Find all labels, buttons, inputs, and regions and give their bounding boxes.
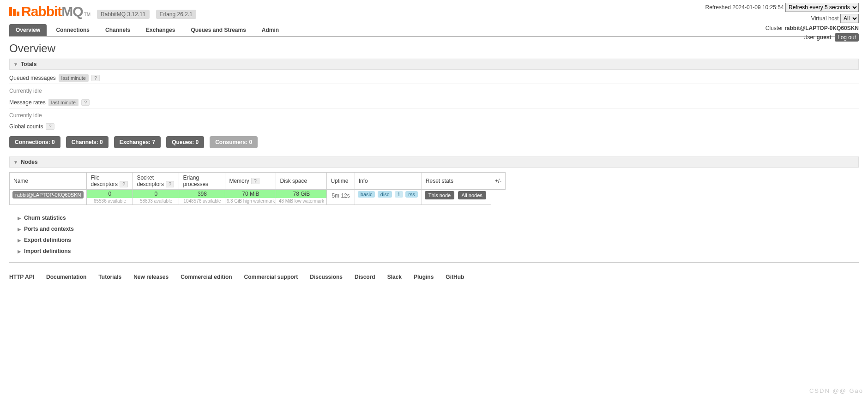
help-icon[interactable]: ? bbox=[91, 75, 100, 81]
footer-plugins[interactable]: Plugins bbox=[414, 274, 434, 280]
tab-connections[interactable]: Connections bbox=[49, 24, 96, 36]
tab-admin[interactable]: Admin bbox=[255, 24, 285, 36]
count-connections[interactable]: Connections: 0 bbox=[9, 136, 60, 148]
churn-statistics-toggle[interactable]: ▶ Churn statistics bbox=[18, 212, 859, 223]
import-label: Import definitions bbox=[24, 248, 71, 254]
logo-tm: TM bbox=[84, 12, 90, 17]
global-counts-label: Global counts bbox=[9, 123, 43, 130]
queued-messages-label: Queued messages bbox=[9, 75, 56, 81]
help-icon[interactable]: ? bbox=[251, 178, 259, 184]
user-label: User bbox=[803, 34, 815, 41]
chevron-right-icon: ▶ bbox=[18, 238, 21, 243]
fd-sub: 65536 available bbox=[87, 198, 133, 205]
footer-new-releases[interactable]: New releases bbox=[133, 274, 169, 280]
reset-all-nodes-button[interactable]: All nodes bbox=[458, 191, 486, 199]
footer-github[interactable]: GitHub bbox=[446, 274, 464, 280]
footer-documentation[interactable]: Documentation bbox=[46, 274, 86, 280]
queued-idle-text: Currently idle bbox=[9, 88, 859, 94]
col-uptime: Uptime bbox=[327, 173, 355, 190]
col-disk: Disk space bbox=[276, 173, 327, 190]
logout-button[interactable]: Log out bbox=[835, 33, 859, 42]
ports-label: Ports and contexts bbox=[24, 226, 74, 232]
help-icon[interactable]: ? bbox=[81, 99, 90, 106]
col-fd: File descriptors? bbox=[87, 173, 133, 190]
footer-http-api[interactable]: HTTP API bbox=[9, 274, 34, 280]
table-header-row: Name File descriptors? Socket descriptor… bbox=[10, 173, 506, 190]
info-rss[interactable]: rss bbox=[405, 191, 418, 198]
col-name: Name bbox=[10, 173, 87, 190]
chevron-right-icon: ▶ bbox=[18, 216, 21, 221]
refreshed-label: Refreshed bbox=[705, 4, 731, 11]
ep-sub: 1048576 available bbox=[179, 198, 225, 205]
reset-this-node-button[interactable]: This node bbox=[425, 191, 454, 199]
mem-value: 70 MiB bbox=[225, 190, 276, 198]
erlang-version-badge: Erlang 26.2.1 bbox=[156, 10, 196, 19]
chevron-right-icon: ▶ bbox=[18, 249, 21, 254]
import-definitions-toggle[interactable]: ▶ Import definitions bbox=[18, 246, 859, 257]
logo-text-mq: MQ bbox=[61, 4, 83, 19]
col-mem: Memory? bbox=[225, 173, 276, 190]
count-channels[interactable]: Channels: 0 bbox=[66, 136, 108, 148]
tab-exchanges[interactable]: Exchanges bbox=[139, 24, 181, 36]
col-sd: Socket descriptors? bbox=[133, 173, 179, 190]
divider bbox=[9, 262, 859, 263]
help-icon[interactable]: ? bbox=[120, 181, 128, 187]
export-label: Export definitions bbox=[24, 237, 71, 243]
tab-queues-streams[interactable]: Queues and Streams bbox=[184, 24, 252, 36]
info-basic[interactable]: basic bbox=[358, 191, 375, 198]
sd-value: 0 bbox=[133, 190, 179, 198]
vhost-select[interactable]: All bbox=[840, 14, 859, 23]
footer-links: HTTP API Documentation Tutorials New rel… bbox=[0, 274, 868, 280]
help-icon[interactable]: ? bbox=[46, 123, 54, 130]
node-name-link[interactable]: rabbit@LAPTOP-0KQ60SKN bbox=[12, 191, 84, 198]
info-cell: basic disc 1 rss bbox=[355, 190, 422, 205]
rates-idle-text: Currently idle bbox=[9, 112, 859, 119]
count-exchanges[interactable]: Exchanges: 7 bbox=[114, 136, 161, 148]
mem-sub: 6.3 GiB high watermark bbox=[225, 198, 276, 205]
help-icon[interactable]: ? bbox=[166, 181, 174, 187]
tab-channels[interactable]: Channels bbox=[99, 24, 137, 36]
export-definitions-toggle[interactable]: ▶ Export definitions bbox=[18, 235, 859, 246]
ports-contexts-toggle[interactable]: ▶ Ports and contexts bbox=[18, 223, 859, 235]
sd-sub: 58893 available bbox=[133, 198, 179, 205]
disk-sub: 48 MiB low watermark bbox=[276, 198, 326, 205]
logo-bars-icon bbox=[9, 7, 20, 16]
refreshed-time: 2024-01-09 10:25:54 bbox=[732, 4, 784, 11]
ep-value: 398 bbox=[179, 190, 225, 198]
col-reset: Reset stats bbox=[422, 173, 491, 190]
totals-section-header[interactable]: ▼ Totals bbox=[9, 59, 859, 70]
info-one[interactable]: 1 bbox=[395, 191, 403, 198]
footer-commercial-support[interactable]: Commercial support bbox=[244, 274, 298, 280]
tab-overview[interactable]: Overview bbox=[9, 24, 47, 36]
disk-value: 78 GiB bbox=[276, 190, 326, 198]
page-title: Overview bbox=[9, 42, 859, 55]
top-right-panel: Refreshed 2024-01-09 10:25:54 Refresh ev… bbox=[705, 3, 859, 43]
last-minute-badge[interactable]: last minute bbox=[59, 74, 89, 82]
col-ep: Erlang processes bbox=[179, 173, 225, 190]
footer-tutorials[interactable]: Tutorials bbox=[98, 274, 121, 280]
totals-title: Totals bbox=[21, 61, 36, 67]
reset-cell: This node All nodes bbox=[422, 190, 491, 205]
user-value: guest bbox=[817, 34, 832, 41]
count-consumers[interactable]: Consumers: 0 bbox=[210, 136, 258, 148]
footer-discord[interactable]: Discord bbox=[355, 274, 375, 280]
table-row: rabbit@LAPTOP-0KQ60SKN 065536 available … bbox=[10, 190, 506, 205]
chevron-down-icon: ▼ bbox=[13, 62, 18, 67]
rabbitmq-version-badge: RabbitMQ 3.12.11 bbox=[97, 10, 149, 19]
chevron-down-icon: ▼ bbox=[13, 160, 18, 165]
col-pm[interactable]: +/- bbox=[491, 173, 505, 190]
col-info: Info bbox=[355, 173, 422, 190]
nodes-title: Nodes bbox=[21, 159, 38, 165]
nodes-table: Name File descriptors? Socket descriptor… bbox=[9, 172, 506, 205]
cluster-value: rabbit@LAPTOP-0KQ60SKN bbox=[784, 25, 859, 31]
nodes-section-header[interactable]: ▼ Nodes bbox=[9, 156, 859, 168]
message-rates-label: Message rates bbox=[9, 99, 46, 106]
count-queues[interactable]: Queues: 0 bbox=[166, 136, 204, 148]
churn-label: Churn statistics bbox=[24, 215, 66, 221]
last-minute-badge[interactable]: last minute bbox=[48, 99, 78, 106]
info-disc[interactable]: disc bbox=[378, 191, 392, 198]
footer-commercial-edition[interactable]: Commercial edition bbox=[181, 274, 232, 280]
refresh-interval-select[interactable]: Refresh every 5 seconds bbox=[785, 3, 859, 12]
footer-discussions[interactable]: Discussions bbox=[310, 274, 343, 280]
footer-slack[interactable]: Slack bbox=[387, 274, 402, 280]
